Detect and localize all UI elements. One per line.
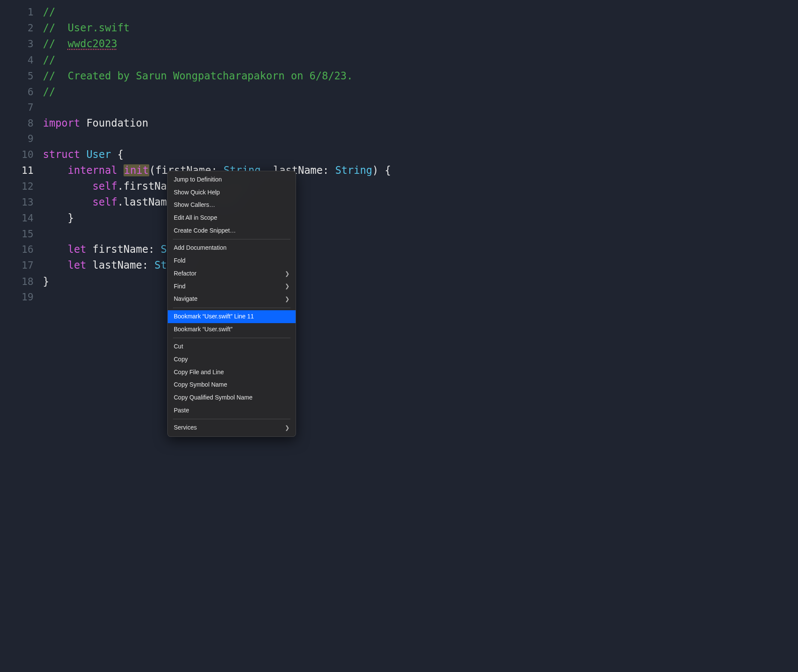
code-content[interactable]: // [43,52,798,68]
code-token: import [43,117,80,129]
code-token [43,164,68,176]
line-number: 13 [0,195,43,210]
line-number: 15 [0,227,43,242]
code-token: let [68,243,86,255]
code-content[interactable]: // User.swift [43,20,798,36]
line-number: 4 [0,53,43,68]
menu-item[interactable]: Create Code Snippet… [168,224,296,237]
menu-item-label: Find [174,282,185,291]
menu-item[interactable]: Jump to Definition [168,173,296,186]
code-line[interactable]: 2// User.swift [0,20,798,36]
code-content[interactable]: let lastName: String [43,257,798,273]
line-number: 3 [0,36,43,52]
chevron-right-icon: ❯ [285,295,290,303]
code-line[interactable]: 12 self.firstName = firstName [0,179,798,194]
code-token [80,148,86,160]
menu-item[interactable]: Copy Qualified Symbol Name [168,391,296,404]
line-number: 16 [0,242,43,257]
code-token: // [43,54,55,66]
code-line[interactable]: 15 [0,227,798,242]
menu-separator [173,338,290,338]
menu-item-label: Copy File and Line [174,368,224,377]
line-number: 6 [0,85,43,100]
code-line[interactable]: 13 self.lastName = lastName [0,194,798,210]
code-token: // [43,86,55,98]
code-token: Foundation [80,117,148,129]
chevron-right-icon: ❯ [285,269,290,278]
chevron-right-icon: ❯ [285,424,290,432]
code-content[interactable]: self.firstName = firstName [43,179,798,194]
code-content[interactable]: // [43,84,798,100]
code-token [43,196,93,208]
code-line[interactable]: 9 [0,131,798,147]
menu-item[interactable]: Copy [168,353,296,366]
menu-item[interactable]: Bookmark “User.swift” Line 11 [168,310,296,323]
code-line[interactable]: 19 [0,290,798,305]
code-content[interactable]: // [43,4,798,20]
code-content[interactable]: let firstName: String [43,242,798,257]
code-line[interactable]: 14 } [0,210,798,226]
code-content[interactable]: } [43,210,798,226]
menu-item-label: Show Quick Help [174,188,220,197]
line-number: 8 [0,116,43,131]
menu-item[interactable]: Refactor❯ [168,267,296,280]
menu-item[interactable]: Edit All in Scope [168,212,296,224]
menu-item-label: Add Documentation [174,243,227,253]
code-content[interactable]: internal init(firstName: String, lastNam… [43,163,798,179]
menu-separator [173,308,290,308]
menu-item[interactable]: Copy Symbol Name [168,378,296,391]
code-content[interactable]: struct User { [43,147,798,163]
code-line[interactable]: 1// [0,4,798,20]
code-line[interactable]: 17 let lastName: String [0,257,798,273]
code-content[interactable]: self.lastName = lastName [43,194,798,210]
menu-item[interactable]: Bookmark “User.swift” [168,323,296,336]
menu-item[interactable]: Copy File and Line [168,366,296,379]
code-content[interactable]: // Created by Sarun Wongpatcharapakorn o… [43,68,798,84]
menu-item-label: Navigate [174,294,197,304]
code-line[interactable]: 16 let firstName: String [0,242,798,257]
menu-item[interactable]: Cut [168,340,296,353]
code-line[interactable]: 18} [0,274,798,290]
code-token: User.swift [68,22,130,34]
code-line[interactable]: 11 internal init(firstName: String, last… [0,163,798,179]
line-number: 18 [0,274,43,290]
menu-item-label: Create Code Snippet… [174,226,236,236]
code-line[interactable]: 5// Created by Sarun Wongpatcharapakorn … [0,68,798,84]
chevron-right-icon: ❯ [285,282,290,291]
code-token: init [124,164,149,176]
line-number: 11 [0,163,43,179]
menu-item-label: Edit All in Scope [174,213,217,223]
line-number: 1 [0,5,43,20]
menu-separator [173,419,290,419]
code-token: struct [43,148,80,160]
code-token: User [86,148,111,160]
menu-item-label: Copy Qualified Symbol Name [174,393,253,403]
menu-item[interactable]: Services❯ [168,421,296,434]
code-token: } [43,212,74,224]
menu-item[interactable]: Paste [168,404,296,417]
code-editor[interactable]: 1//2// User.swift3// wwdc20234//5// Crea… [0,4,798,305]
code-token [43,243,68,255]
code-content[interactable]: import Foundation [43,115,798,131]
code-line[interactable]: 6// [0,84,798,100]
code-token: { [111,148,124,160]
menu-item-label: Paste [174,406,189,415]
context-menu[interactable]: Jump to DefinitionShow Quick HelpShow Ca… [167,171,296,437]
code-line[interactable]: 10struct User { [0,147,798,163]
menu-item[interactable]: Find❯ [168,280,296,293]
code-line[interactable]: 4// [0,52,798,68]
menu-item[interactable]: Fold [168,254,296,267]
code-line[interactable]: 7 [0,100,798,115]
menu-item[interactable]: Show Quick Help [168,186,296,199]
code-content[interactable]: } [43,274,798,290]
code-line[interactable]: 8import Foundation [0,115,798,131]
code-line[interactable]: 3// wwdc2023 [0,36,798,52]
code-token: ) { [372,164,391,176]
code-content[interactable]: // wwdc2023 [43,36,798,52]
menu-item-label: Copy [174,355,188,364]
menu-item-label: Services [174,423,197,433]
menu-item[interactable]: Add Documentation [168,242,296,254]
menu-item[interactable]: Show Callers… [168,199,296,212]
menu-item[interactable]: Navigate❯ [168,293,296,306]
code-token: // [43,6,55,18]
